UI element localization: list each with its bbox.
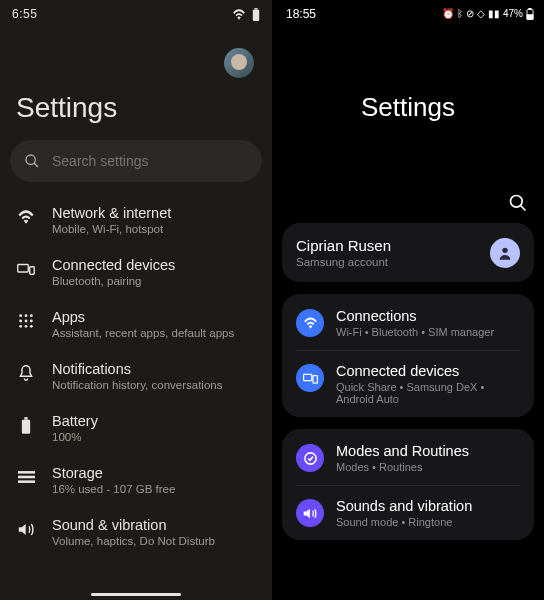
battery-icon: [16, 415, 36, 435]
item-label: Apps: [52, 309, 234, 325]
item-network[interactable]: Network & internetMobile, Wi-Fi, hotspot: [6, 194, 266, 246]
item-connected-devices[interactable]: Connected devicesQuick Share • Samsung D…: [296, 350, 520, 417]
battery-icon: [252, 8, 260, 21]
group-modes: Modes and RoutinesModes • Routines Sound…: [282, 429, 534, 540]
svg-line-24: [521, 206, 526, 211]
check-circle-icon: [296, 444, 324, 472]
item-modes[interactable]: Modes and RoutinesModes • Routines: [282, 429, 534, 485]
wifi-icon: [16, 207, 36, 227]
svg-rect-18: [18, 476, 35, 479]
samsung-settings-screen: 18:55 ⏰ ᛒ ⊘ ◇ ▮▮ 47% Settings Ciprian Ru…: [272, 0, 544, 600]
item-label: Connected devices: [52, 257, 175, 273]
svg-point-2: [26, 155, 35, 164]
volume-icon: [16, 519, 36, 539]
svg-point-6: [19, 314, 22, 317]
status-time: 18:55: [286, 7, 316, 21]
apps-icon: [16, 311, 36, 331]
alarm-icon: ⏰: [442, 8, 454, 19]
search-bar[interactable]: [10, 140, 262, 182]
item-label: Network & internet: [52, 205, 171, 221]
group-connections: ConnectionsWi-Fi • Bluetooth • SIM manag…: [282, 294, 534, 417]
svg-point-8: [30, 314, 33, 317]
item-label: Storage: [52, 465, 175, 481]
item-label: Connected devices: [336, 363, 520, 379]
settings-list: Network & internetMobile, Wi-Fi, hotspot…: [0, 182, 272, 558]
item-sub: Notification history, conversations: [52, 379, 222, 391]
item-connected-devices[interactable]: Connected devicesBluetooth, pairing: [6, 246, 266, 298]
status-time: 6:55: [12, 7, 37, 21]
item-sound[interactable]: Sound & vibrationVolume, haptics, Do Not…: [6, 506, 266, 558]
signal-icon: ▮▮: [488, 8, 500, 19]
item-label: Sounds and vibration: [336, 498, 472, 514]
item-connections[interactable]: ConnectionsWi-Fi • Bluetooth • SIM manag…: [282, 294, 534, 350]
item-sub: Assistant, recent apps, default apps: [52, 327, 234, 339]
svg-point-7: [25, 314, 28, 317]
bell-icon: [16, 363, 36, 383]
svg-rect-15: [22, 419, 30, 433]
person-icon: [490, 238, 520, 268]
svg-rect-1: [254, 8, 257, 10]
battery-text: 47%: [503, 8, 523, 19]
nav-handle[interactable]: [91, 593, 181, 596]
svg-point-23: [511, 196, 523, 208]
wifi-icon: ◇: [477, 8, 485, 19]
item-storage[interactable]: Storage16% used - 107 GB free: [6, 454, 266, 506]
devices-icon: [296, 364, 324, 392]
bluetooth-icon: ᛒ: [457, 8, 463, 19]
item-label: Connections: [336, 308, 494, 324]
item-label: Sound & vibration: [52, 517, 215, 533]
status-icons: [232, 8, 260, 21]
dnd-icon: ⊘: [466, 8, 474, 19]
svg-point-25: [502, 247, 507, 252]
item-label: Modes and Routines: [336, 443, 469, 459]
search-icon[interactable]: [508, 193, 528, 213]
account-sub: Samsung account: [296, 256, 391, 268]
item-sub: Wi-Fi • Bluetooth • SIM manager: [336, 326, 494, 338]
volume-icon: [296, 499, 324, 527]
item-sub: Quick Share • Samsung DeX • Android Auto: [336, 381, 520, 405]
svg-rect-27: [313, 376, 317, 384]
svg-point-14: [30, 325, 33, 328]
svg-point-9: [19, 320, 22, 323]
item-sub: Volume, haptics, Do Not Disturb: [52, 535, 215, 547]
item-sub: Bluetooth, pairing: [52, 275, 175, 287]
item-sub: Mobile, Wi-Fi, hotspot: [52, 223, 171, 235]
svg-rect-17: [18, 471, 35, 474]
svg-rect-22: [527, 14, 533, 19]
item-sounds[interactable]: Sounds and vibrationSound mode • Rington…: [296, 485, 520, 540]
page-title: Settings: [272, 22, 544, 193]
status-icons: ⏰ ᛒ ⊘ ◇ ▮▮ 47%: [442, 8, 534, 20]
devices-icon: [16, 259, 36, 279]
item-label: Notifications: [52, 361, 222, 377]
search-input[interactable]: [52, 153, 248, 169]
svg-rect-5: [30, 267, 35, 275]
svg-rect-16: [24, 417, 27, 420]
svg-rect-0: [253, 9, 259, 20]
item-notifications[interactable]: NotificationsNotification history, conve…: [6, 350, 266, 402]
item-battery[interactable]: Battery100%: [6, 402, 266, 454]
svg-rect-21: [529, 8, 531, 10]
status-bar: 6:55: [0, 0, 272, 22]
search-icon: [24, 153, 40, 169]
svg-line-3: [34, 163, 38, 167]
item-sub: 100%: [52, 431, 98, 443]
profile-avatar[interactable]: [224, 48, 254, 78]
svg-rect-4: [18, 265, 29, 273]
battery-icon: [526, 8, 534, 20]
svg-rect-26: [303, 374, 311, 380]
svg-point-11: [30, 320, 33, 323]
storage-icon: [16, 467, 36, 487]
account-card[interactable]: Ciprian Rusen Samsung account: [282, 223, 534, 282]
pixel-settings-screen: 6:55 Settings Network & internetMobile, …: [0, 0, 272, 600]
account-name: Ciprian Rusen: [296, 237, 391, 254]
svg-point-10: [25, 320, 28, 323]
svg-point-12: [19, 325, 22, 328]
status-bar: 18:55 ⏰ ᛒ ⊘ ◇ ▮▮ 47%: [272, 0, 544, 22]
svg-rect-19: [18, 480, 35, 483]
item-sub: Modes • Routines: [336, 461, 469, 473]
wifi-icon: [296, 309, 324, 337]
wifi-icon: [232, 9, 246, 20]
page-title: Settings: [0, 78, 272, 140]
svg-point-13: [25, 325, 28, 328]
item-apps[interactable]: AppsAssistant, recent apps, default apps: [6, 298, 266, 350]
